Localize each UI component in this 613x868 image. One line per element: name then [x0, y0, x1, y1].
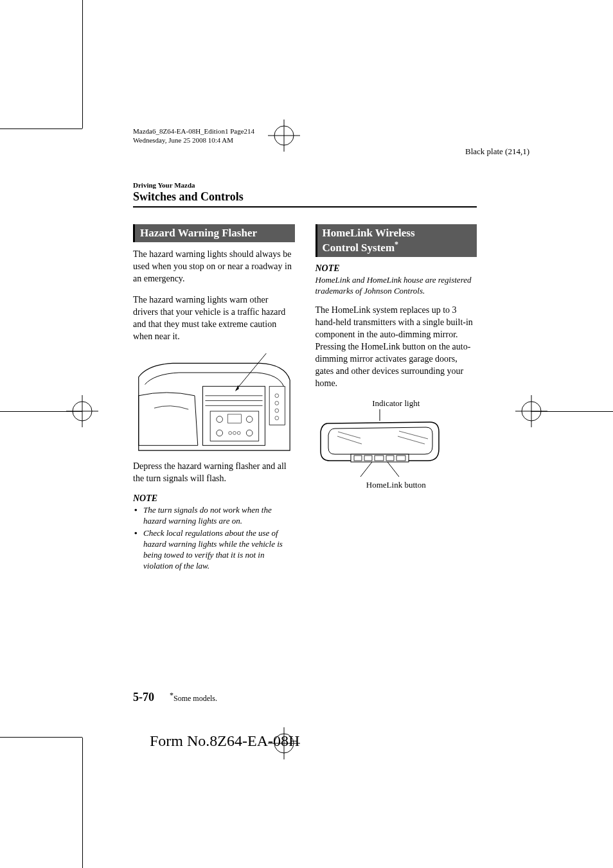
crop-mark — [82, 0, 83, 128]
homelink-mirror-figure: Indicator light — [315, 398, 477, 491]
section-heading-hazard: Hazard Warning Flasher — [133, 224, 295, 242]
crop-mark — [0, 128, 82, 129]
left-column: Hazard Warning Flasher The hazard warnin… — [133, 224, 295, 573]
note-list-item: The turn signals do not work when the ha… — [133, 505, 295, 527]
crop-mark — [82, 738, 83, 868]
note-text: HomeLink and HomeLink house are register… — [315, 275, 477, 297]
form-number: Form No.8Z64-EA-08H — [150, 732, 299, 750]
body-paragraph: Depress the hazard warning flasher and a… — [133, 461, 295, 485]
heading-line: Control System — [323, 242, 395, 254]
footer-note-text: Some models. — [173, 694, 217, 703]
note-list: The turn signals do not work when the ha… — [133, 505, 295, 571]
print-header-line1: Mazda6_8Z64-EA-08H_Edition1 Page214 — [133, 127, 254, 136]
svg-rect-12 — [136, 352, 291, 452]
divider — [133, 206, 477, 208]
registration-mark-icon — [66, 395, 98, 427]
body-paragraph: The hazard warning lights should always … — [133, 249, 295, 285]
section-heading-homelink: HomeLink Wireless Control System* — [315, 224, 477, 257]
chapter-title: Switches and Controls — [133, 190, 477, 204]
registration-mark-icon — [268, 120, 300, 152]
body-paragraph: The HomeLink system replaces up to 3 han… — [315, 305, 477, 389]
hazard-flasher-figure — [133, 352, 295, 452]
figure-label-top: Indicator light — [315, 398, 477, 409]
figure-label-bottom: HomeLink button — [315, 480, 477, 491]
print-header: Mazda6_8Z64-EA-08H_Edition1 Page214 Wedn… — [133, 127, 254, 145]
chapter-label: Driving Your Mazda — [133, 181, 477, 189]
page-number: 5-70 — [133, 691, 154, 704]
right-column: HomeLink Wireless Control System* NOTE H… — [315, 224, 477, 573]
note-label: NOTE — [133, 493, 295, 504]
crop-mark — [0, 737, 82, 738]
asterisk-icon: * — [395, 240, 398, 249]
note-label: NOTE — [315, 263, 477, 274]
footer-note: *Some models. — [170, 691, 217, 704]
registration-mark-icon — [515, 395, 547, 427]
heading-line: HomeLink Wireless — [323, 227, 415, 239]
black-plate-label: Black plate (214,1) — [465, 146, 529, 157]
note-list-item: Check local regulations about the use of… — [133, 528, 295, 572]
print-header-line2: Wednesday, June 25 2008 10:4 AM — [133, 136, 254, 145]
svg-line-44 — [360, 462, 372, 477]
body-paragraph: The hazard warning lights warn other dri… — [133, 294, 295, 343]
svg-line-45 — [387, 462, 399, 477]
